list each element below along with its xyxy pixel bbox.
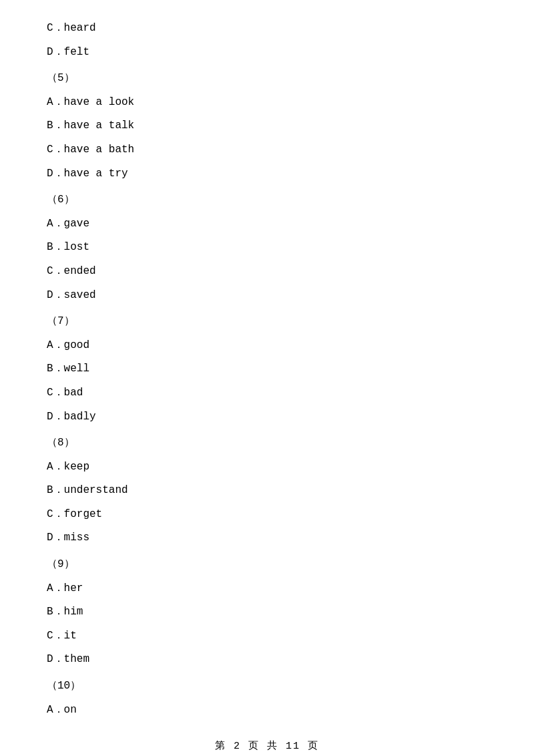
question-5: （5） <box>47 70 487 87</box>
option-a-keep: A．keep <box>47 459 487 476</box>
option-b-well: B．well <box>47 361 487 378</box>
option-a-gave: A．gave <box>47 216 487 233</box>
option-d-them: D．them <box>47 651 487 669</box>
question-9: （9） <box>47 556 487 574</box>
option-c-ended: C．ended <box>47 263 487 280</box>
option-c-bad: C．bad <box>47 385 487 402</box>
main-content: C．heard D．felt （5） A．have a look B．have … <box>0 0 534 756</box>
option-d-badly: D．badly <box>47 409 487 426</box>
option-d-saved: D．saved <box>47 287 487 305</box>
question-6: （6） <box>47 192 487 209</box>
option-b-have-talk: B．have a talk <box>47 118 487 135</box>
question-10: （10） <box>47 678 487 695</box>
page-footer: 第 2 页 共 11 页 <box>0 739 534 752</box>
option-c-heard: C．heard <box>47 20 487 37</box>
option-d-have-try: D．have a try <box>47 166 487 183</box>
option-c-forget: C．forget <box>47 506 487 524</box>
option-c-have-bath: C．have a bath <box>47 142 487 159</box>
option-b-lost: B．lost <box>47 239 487 256</box>
option-a-have-look: A．have a look <box>47 94 487 112</box>
option-a-on: A．on <box>47 702 487 719</box>
option-d-miss: D．miss <box>47 530 487 547</box>
question-7: （7） <box>47 313 487 331</box>
option-b-him: B．him <box>47 604 487 621</box>
option-d-felt: D．felt <box>47 44 487 61</box>
option-a-her: A．her <box>47 580 487 598</box>
option-c-it: C．it <box>47 628 487 645</box>
question-8: （8） <box>47 435 487 452</box>
option-a-good: A．good <box>47 337 487 355</box>
option-b-understand: B．understand <box>47 482 487 500</box>
